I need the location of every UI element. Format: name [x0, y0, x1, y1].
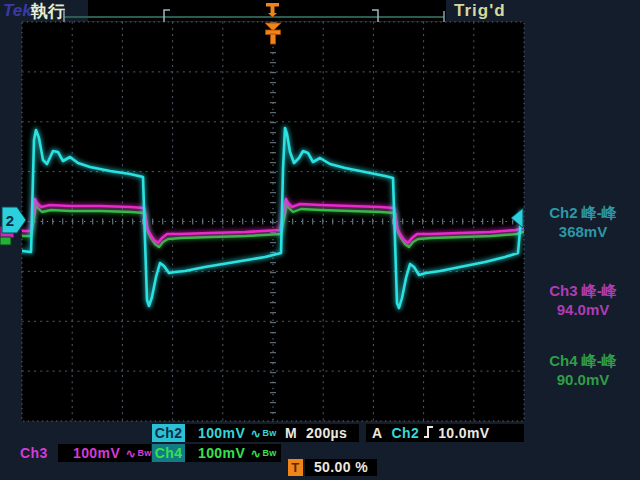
- measurement-ch3-label: Ch3 峰-峰: [530, 281, 636, 300]
- ch3-coupling-icon: ∿: [125, 446, 136, 461]
- timebase-value: 200µs: [306, 425, 347, 441]
- measurement-ch3-pkpk: Ch3 峰-峰 94.0mV: [530, 281, 636, 319]
- measurement-ch2-label: Ch2 峰-峰: [530, 203, 636, 222]
- timebase-label: M: [285, 425, 297, 441]
- ch2-position-label: 2: [6, 212, 14, 229]
- trigger-a-label: A: [372, 425, 383, 441]
- ch2-scale-readout: 100mV∿Bw: [185, 424, 281, 442]
- measurement-ch4-label: Ch4 峰-峰: [530, 351, 636, 370]
- ch3-scale-value: 100mV: [73, 445, 120, 461]
- ch3-channel-label: Ch3: [20, 444, 56, 462]
- trigger-source: Ch2: [392, 425, 420, 441]
- ch3-bandwidth-icon: Bw: [137, 448, 151, 458]
- ch2-bandwidth-icon: Bw: [262, 428, 276, 438]
- ch2-coupling-icon: ∿: [250, 426, 261, 441]
- acquisition-status: 執行: [31, 0, 65, 23]
- ch2-scale-value: 100mV: [198, 425, 245, 441]
- ch4-scale-value: 100mV: [198, 445, 245, 461]
- trigger-status: Trig'd: [454, 1, 506, 21]
- oscilloscope-screen: 2 Tek 執行 Trig'd Ch2 峰-峰 368mV Ch3 峰-峰 94…: [0, 0, 640, 480]
- ch2-channel-badge: Ch2: [152, 424, 185, 442]
- ch4-bandwidth-icon: Bw: [262, 448, 276, 458]
- trigger-level: 10.0mV: [438, 425, 489, 441]
- tek-logo: Tek: [3, 1, 32, 21]
- ch4-channel-badge: Ch4: [152, 444, 185, 462]
- trigger-readout: ACh210.0mV: [366, 424, 524, 442]
- ch3-scale-readout: 100mV∿Bw: [58, 444, 151, 462]
- measurement-ch4-value: 90.0mV: [530, 370, 636, 389]
- measurement-ch2-pkpk: Ch2 峰-峰 368mV: [530, 203, 636, 241]
- ch4-position-marker: [0, 237, 11, 245]
- ch4-coupling-icon: ∿: [250, 446, 261, 461]
- measurement-ch2-value: 368mV: [530, 222, 636, 241]
- rising-edge-icon: [422, 425, 435, 439]
- measurement-ch4-pkpk: Ch4 峰-峰 90.0mV: [530, 351, 636, 389]
- timebase-readout: M200µs: [281, 424, 359, 442]
- horizontal-trigger-position: 50.00 %: [305, 459, 377, 476]
- measurement-ch3-value: 94.0mV: [530, 300, 636, 319]
- horizontal-trigger-icon: T: [288, 459, 303, 476]
- ch4-scale-readout: 100mV∿Bw: [185, 444, 281, 462]
